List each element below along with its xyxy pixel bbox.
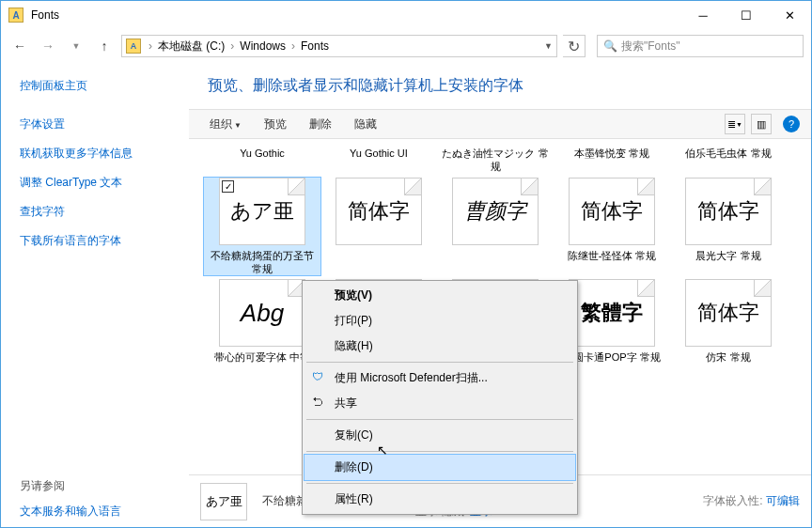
sidebar-seealso-title: 另请参阅 (20, 478, 189, 494)
font-item-selected[interactable]: ✓あア亜 不给糖就捣蛋的万圣节 常规 (204, 178, 320, 276)
breadcrumb-item[interactable]: 本地磁盘 (C:) (154, 39, 228, 54)
ctx-defender-scan[interactable]: 🛡使用 Microsoft Defender扫描... (304, 365, 575, 391)
font-item[interactable]: たぬき油性マジック 常规 (437, 143, 554, 174)
toolbar-delete[interactable]: 删除 (300, 113, 341, 136)
page-heading: 预览、删除或者显示和隐藏计算机上安装的字体 (189, 63, 811, 109)
search-input[interactable]: 🔍 搜索"Fonts" (597, 35, 804, 57)
ctx-separator (306, 419, 573, 420)
font-item[interactable]: 简体字晨光大字 常规 (670, 178, 787, 276)
breadcrumb-item[interactable]: Windows (236, 39, 289, 53)
status-embed-label: 字体嵌入性: (703, 494, 762, 507)
search-icon: 🔍 (603, 39, 617, 53)
share-icon: ⮌ (310, 395, 325, 410)
sidebar-home[interactable]: 控制面板主页 (20, 78, 189, 94)
maximize-button[interactable]: ☐ (725, 1, 768, 29)
status-thumbnail: あア亜 (200, 483, 247, 520)
sidebar-link[interactable]: 查找字符 (20, 204, 189, 220)
ctx-share[interactable]: ⮌共享 (304, 391, 575, 416)
toolbar-hide[interactable]: 隐藏 (345, 113, 386, 136)
sidebar-seealso-link[interactable]: 文本服务和输入语言 (20, 504, 189, 520)
back-button[interactable]: ← (8, 35, 31, 57)
toolbar-organize[interactable]: 组织▼ (200, 113, 251, 136)
font-item[interactable]: 简体字仿宋 常规 (670, 279, 787, 377)
forward-button[interactable]: → (37, 35, 59, 57)
toolbar-preview[interactable]: 预览 (255, 113, 296, 136)
dropdown-history-button[interactable]: ▼ (65, 35, 87, 57)
help-button[interactable]: ? (783, 116, 800, 132)
address-dropdown-icon[interactable]: ▼ (544, 41, 553, 51)
shield-icon: 🛡 (310, 369, 325, 384)
folder-icon: A (126, 39, 141, 54)
status-embed-value: 可编辑 (766, 494, 800, 507)
sidebar-link[interactable]: 联机获取更多字体信息 (20, 146, 189, 162)
ctx-preview[interactable]: 预览(V) (304, 283, 575, 308)
font-item[interactable]: 简体字陈继世-怪怪体 常规 (554, 178, 670, 276)
window-title: Fonts (31, 8, 681, 22)
sidebar: 控制面板主页 字体设置 联机获取更多字体信息 调整 ClearType 文本 查… (1, 63, 189, 527)
ctx-copy[interactable]: 复制(C) (304, 423, 575, 448)
ctx-separator (306, 451, 573, 452)
ctx-hide[interactable]: 隐藏(H) (304, 334, 575, 359)
view-button[interactable]: ≣ ▼ (725, 114, 745, 134)
toolbar: 组织▼ 预览 删除 隐藏 ≣ ▼ ▥ ? (189, 109, 811, 139)
font-item[interactable]: Yu Gothic (204, 143, 320, 174)
ctx-separator (306, 362, 573, 363)
ctx-print[interactable]: 打印(P) (304, 308, 575, 334)
address-bar[interactable]: A › 本地磁盘 (C:) › Windows › Fonts ▼ (121, 35, 557, 57)
font-item[interactable]: 伯乐毛毛虫体 常规 (670, 143, 787, 174)
sidebar-link[interactable]: 下载所有语言的字体 (20, 233, 189, 249)
font-item[interactable]: 本墨锋悦变 常规 (554, 143, 670, 174)
font-item[interactable]: 简体字 (320, 178, 437, 276)
breadcrumb-item[interactable]: Fonts (297, 39, 333, 53)
font-item[interactable]: 曹颜字 (437, 178, 554, 276)
refresh-button[interactable]: ↻ (563, 35, 586, 57)
ctx-separator (306, 483, 573, 484)
close-button[interactable]: ✕ (768, 1, 811, 29)
search-placeholder: 搜索"Fonts" (621, 39, 680, 54)
sidebar-link[interactable]: 调整 ClearType 文本 (20, 175, 189, 191)
preview-pane-button[interactable]: ▥ (751, 114, 772, 134)
font-item[interactable]: Yu Gothic UI (320, 143, 437, 174)
context-menu: 预览(V) 打印(P) 隐藏(H) 🛡使用 Microsoft Defender… (302, 280, 578, 515)
app-icon: A (8, 8, 23, 23)
minimize-button[interactable]: ─ (681, 1, 725, 29)
sidebar-link[interactable]: 字体设置 (20, 116, 189, 132)
up-button[interactable]: ↑ (93, 35, 116, 57)
ctx-properties[interactable]: 属性(R) (304, 487, 575, 512)
breadcrumb-sep: › (147, 39, 154, 53)
checkbox-icon[interactable]: ✓ (222, 180, 234, 193)
ctx-delete[interactable]: 删除(D) (304, 455, 575, 480)
